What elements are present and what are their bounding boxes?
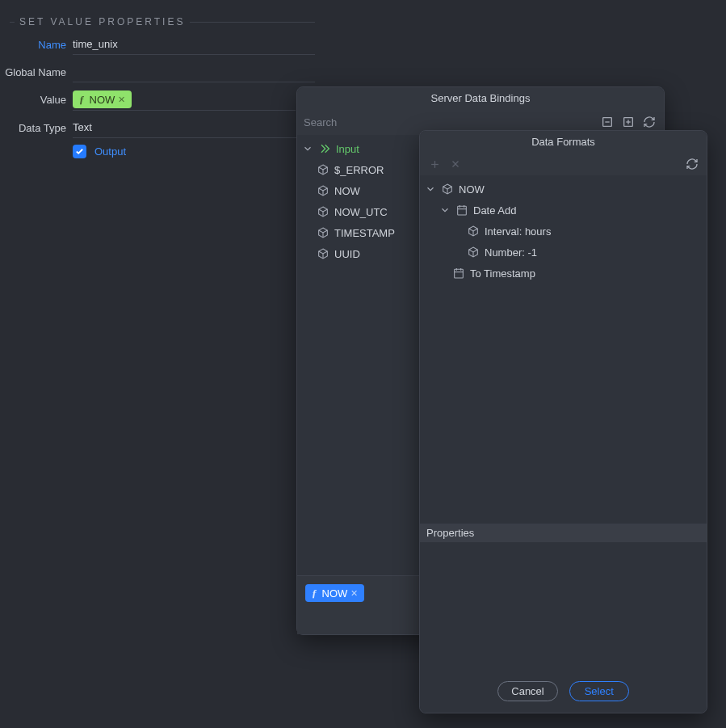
cube-icon — [467, 246, 480, 259]
expression-pill-now[interactable]: ƒ NOW ✕ — [305, 584, 364, 602]
set-value-properties-panel: SET VALUE PROPERTIES Name Global Name Va… — [0, 16, 315, 165]
chevron-down-icon — [439, 204, 451, 216]
df-item-to-timestamp[interactable]: To Timestamp — [420, 263, 707, 284]
name-field-wrapper — [73, 34, 315, 55]
df-item-date-add[interactable]: Date Add — [420, 200, 707, 221]
label-global-name: Global Name — [0, 66, 73, 78]
sdb-search-input[interactable] — [304, 112, 594, 132]
global-name-field-wrapper — [73, 61, 315, 82]
calendar-icon — [452, 267, 465, 280]
select-button[interactable]: Select — [569, 681, 629, 701]
cube-icon — [317, 226, 329, 239]
name-input[interactable] — [73, 38, 315, 50]
svg-rect-9 — [458, 206, 467, 215]
cube-icon — [317, 205, 329, 218]
expand-all-icon[interactable] — [620, 114, 636, 130]
data-formats-panel: Data Formats NOW Date Add — [419, 130, 707, 713]
tree-label: Number: -1 — [485, 246, 537, 259]
cube-icon — [317, 163, 329, 176]
cube-icon — [317, 184, 329, 197]
refresh-icon[interactable] — [684, 156, 700, 172]
label-data-type: Data Type — [0, 122, 73, 134]
chevron-down-icon — [302, 143, 313, 154]
label-value: Value — [0, 94, 73, 106]
tree-label: Interval: hours — [485, 225, 551, 238]
tree-label: NOW_UTC — [334, 206, 388, 218]
tree-label: $_ERROR — [334, 164, 384, 176]
value-field-wrapper: ƒ NOW ✕ — [73, 89, 296, 111]
tree-label: Input — [336, 143, 359, 155]
df-item-now[interactable]: NOW — [420, 179, 707, 200]
df-properties-header: Properties — [420, 524, 707, 542]
df-item-interval[interactable]: Interval: hours — [420, 221, 707, 242]
tree-label: NOW — [334, 185, 360, 197]
cancel-button[interactable]: Cancel — [497, 681, 557, 701]
global-name-input[interactable] — [73, 65, 315, 78]
pill-text: NOW — [90, 94, 115, 106]
output-checkbox[interactable] — [73, 145, 86, 158]
label-output: Output — [94, 145, 126, 158]
pill-remove-icon[interactable]: ✕ — [118, 95, 125, 105]
tree-label: Date Add — [473, 204, 517, 217]
calendar-icon — [455, 204, 468, 217]
df-properties-body — [420, 542, 707, 671]
cube-icon — [467, 225, 480, 238]
collapse-all-icon[interactable] — [599, 114, 615, 130]
value-expression-pill[interactable]: ƒ NOW ✕ — [73, 90, 132, 108]
formula-icon: ƒ — [312, 587, 319, 600]
df-tree: NOW Date Add Interval: hours Number: -1 — [420, 175, 707, 524]
tree-label: UUID — [334, 248, 360, 260]
tree-label: To Timestamp — [470, 267, 535, 280]
df-toolbar — [420, 153, 707, 175]
data-type-select[interactable]: Text — [73, 117, 315, 138]
label-name: Name — [0, 39, 73, 51]
cube-icon — [317, 247, 329, 260]
cube-icon — [441, 183, 454, 196]
arrows-icon — [318, 142, 331, 155]
tree-label: NOW — [459, 183, 485, 196]
df-item-number[interactable]: Number: -1 — [420, 242, 707, 263]
panel-header: SET VALUE PROPERTIES — [10, 16, 315, 27]
df-footer: Cancel Select — [420, 671, 707, 713]
pill-text: NOW — [322, 587, 348, 600]
svg-rect-13 — [455, 269, 464, 278]
data-type-value: Text — [73, 121, 92, 133]
add-icon[interactable] — [426, 156, 443, 172]
formula-icon: ƒ — [79, 93, 86, 106]
sdb-title: Server Data Bindings — [297, 87, 664, 109]
refresh-icon[interactable] — [641, 114, 657, 130]
df-title: Data Formats — [420, 131, 707, 153]
tree-label: TIMESTAMP — [334, 227, 395, 239]
chevron-down-icon — [425, 183, 436, 195]
pill-remove-icon[interactable]: ✕ — [350, 588, 358, 599]
close-icon[interactable] — [447, 156, 464, 172]
